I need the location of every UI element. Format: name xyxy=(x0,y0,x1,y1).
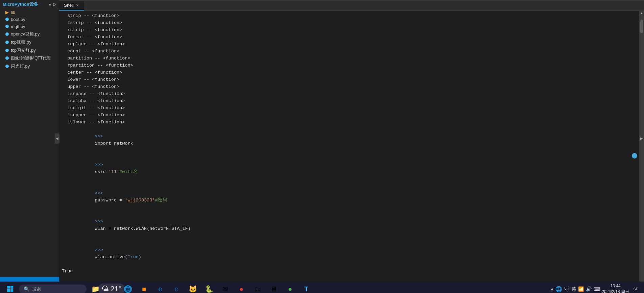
app3-icon: ■ xyxy=(142,285,146,293)
sd-icon: SD xyxy=(633,287,638,291)
shell-tab-label: Shell xyxy=(64,3,74,8)
sidebar: MicroPython设备 ≡ ▷ ▶ lib boot.py mqtt.py xyxy=(0,0,59,277)
svg-rect-0 xyxy=(7,286,10,289)
chrome-icon: 🌐 xyxy=(124,285,132,293)
shell-command-line: >>> ssid='11'#wifi名 xyxy=(62,154,641,182)
weather-icon: 🌤 xyxy=(101,285,109,293)
svg-rect-1 xyxy=(10,286,13,289)
sidebar-item-flash[interactable]: 闪光灯.py xyxy=(0,62,59,70)
edge-icon: e xyxy=(158,285,162,293)
network-icon[interactable]: 🌐 xyxy=(555,286,562,292)
sidebar-item-label: 闪光灯.py xyxy=(11,63,30,69)
shell-content[interactable]: strip -- <function> lstrip -- <function>… xyxy=(59,11,644,293)
shell-output-line: isspace -- <function> xyxy=(62,90,641,97)
sidebar-item-label: tcp闪光灯.py xyxy=(11,47,36,53)
file-dot-icon xyxy=(5,17,9,22)
taskbar-edge[interactable]: e xyxy=(153,282,168,293)
keyboard-icon[interactable]: ⌨ xyxy=(594,286,600,292)
start-button[interactable] xyxy=(3,282,18,293)
python-icon: 🐍 xyxy=(205,285,213,293)
taskbar-mail[interactable]: ✉ xyxy=(218,282,233,293)
system-tray: ∧ 🌐 🛡 英 📶 🔊 ⌨ xyxy=(551,286,600,292)
shell-output-line: center -- <function> xyxy=(62,69,641,76)
sidebar-item-label: mqtt.py xyxy=(11,24,25,29)
file-dot-icon xyxy=(5,32,9,37)
taskbar: 🔍 搜索 📁 🌤 21° 🌐 ■ e e 🐱 🐍 xyxy=(0,282,644,293)
taskbar-screen[interactable]: 🖥 xyxy=(266,282,281,293)
shell-cmd: password = xyxy=(95,198,125,203)
taskbar-cat[interactable]: 🐱 xyxy=(185,282,200,293)
taskbar-chrome[interactable]: 🌐 xyxy=(120,282,135,293)
t-icon: T xyxy=(304,285,308,293)
shell-tab[interactable]: Shell ✕ xyxy=(59,1,84,10)
shell-output-line: upper -- <function> xyxy=(62,83,641,90)
sidebar-item-mqtt-transfer[interactable]: 图像传输到MQTT代理 xyxy=(0,54,59,62)
shell-output-line: rstrip -- <function> xyxy=(62,26,641,33)
shield-icon[interactable]: 🛡 xyxy=(564,286,570,292)
taskbar-clock[interactable]: 13:44 2024/2/18 周日 xyxy=(602,283,629,293)
shell-output-line: islower -- <function> xyxy=(62,119,641,126)
sidebar-item-lib[interactable]: ▶ lib xyxy=(0,9,59,16)
shell-panel: Shell ✕ strip -- <function> lstrip -- <f… xyxy=(59,0,644,293)
shell-tab-close[interactable]: ✕ xyxy=(76,3,79,8)
sidebar-item-opencv[interactable]: opencv视频.py xyxy=(0,30,59,38)
editor-collapse-right-button[interactable]: ▶ xyxy=(639,133,644,144)
shell-vscrollbar[interactable]: ▲ ▼ xyxy=(639,11,644,293)
taskbar-explorer[interactable]: 🗂 xyxy=(250,282,265,293)
folder-icon: ▶ xyxy=(5,10,9,15)
shell-output-line: count -- <function> xyxy=(62,48,641,55)
file-dot-icon xyxy=(5,24,9,29)
wifi-icon[interactable]: 📶 xyxy=(578,286,584,292)
date-display: 2024/2/18 周日 xyxy=(602,289,629,293)
vscroll-thumb[interactable] xyxy=(640,20,643,33)
sidebar-item-tcp-flash[interactable]: tcp闪光灯.py xyxy=(0,46,59,54)
tray-expand-icon[interactable]: ∧ xyxy=(551,287,553,291)
sidebar-header[interactable]: MicroPython设备 ≡ ▷ xyxy=(0,0,59,9)
sidebar-expand-icon[interactable]: ▷ xyxy=(53,2,56,7)
sidebar-item-label: lib xyxy=(11,10,15,15)
shell-output-line: isupper -- <function> xyxy=(62,112,641,119)
shell-command-line: >>> import network xyxy=(62,126,641,154)
taskbar-python[interactable]: 🐍 xyxy=(201,282,216,293)
taskbar-t-icon[interactable]: T xyxy=(299,282,314,293)
sidebar-item-boot[interactable]: boot.py xyxy=(0,16,59,23)
shell-output-line: lstrip -- <function> xyxy=(62,19,641,26)
svg-rect-2 xyxy=(7,289,10,292)
vscroll-up-arrow[interactable]: ▲ xyxy=(639,11,644,16)
shell-command-line: >>> password = 'wjj200323'#密码 xyxy=(62,182,641,211)
shell-output-line: lower -- <function> xyxy=(62,76,641,83)
sidebar-item-mqtt[interactable]: mqtt.py xyxy=(0,23,59,30)
taskbar-sd-icon[interactable]: SD xyxy=(630,282,641,293)
shell-cmd: wlan = network.WLAN(network.STA_IF) xyxy=(95,226,191,231)
shell-command-line: >>> wlan.active(True) xyxy=(62,239,641,268)
shell-prompt: >>> xyxy=(95,191,105,196)
sidebar-item-label: 图像传输到MQTT代理 xyxy=(11,55,51,61)
language-indicator[interactable]: 英 xyxy=(572,286,576,292)
shell-cmd: import network xyxy=(95,141,133,146)
file-dot-icon xyxy=(5,64,9,69)
taskbar-red-app[interactable]: ● xyxy=(234,282,249,293)
taskbar-green-app[interactable]: ● xyxy=(283,282,297,293)
shell-cmd: ssid= xyxy=(95,169,109,174)
shell-output-line: strip -- <function> xyxy=(62,12,641,19)
shell-output-line: isalpha -- <function> xyxy=(62,97,641,104)
file-dot-icon xyxy=(5,40,9,45)
taskbar-app3[interactable]: ■ xyxy=(137,282,151,293)
explorer-icon: 🗂 xyxy=(254,285,261,293)
screen-icon: 🖥 xyxy=(270,285,277,293)
shell-output-line: rpartition -- <function> xyxy=(62,62,641,69)
taskbar-search[interactable]: 🔍 搜索 xyxy=(19,285,87,293)
shell-output-line: partition -- <function> xyxy=(62,55,641,62)
taskbar-ie[interactable]: e xyxy=(169,282,184,293)
taskbar-weather[interactable]: 🌤 21° xyxy=(104,282,119,293)
mail-icon: ✉ xyxy=(222,285,228,293)
shell-output-line: isdigit -- <function> xyxy=(62,104,641,112)
sidebar-menu-icon[interactable]: ≡ xyxy=(48,2,51,7)
green-app-icon: ● xyxy=(288,285,292,293)
sidebar-title: MicroPython设备 xyxy=(3,1,38,7)
sidebar-item-label: opencv视频.py xyxy=(11,31,40,37)
vscroll-track[interactable] xyxy=(639,16,644,293)
volume-icon[interactable]: 🔊 xyxy=(586,286,592,292)
sidebar-collapse-button[interactable]: ◀ xyxy=(55,133,59,144)
sidebar-item-tcp-video[interactable]: tcp视频.py xyxy=(0,38,59,46)
